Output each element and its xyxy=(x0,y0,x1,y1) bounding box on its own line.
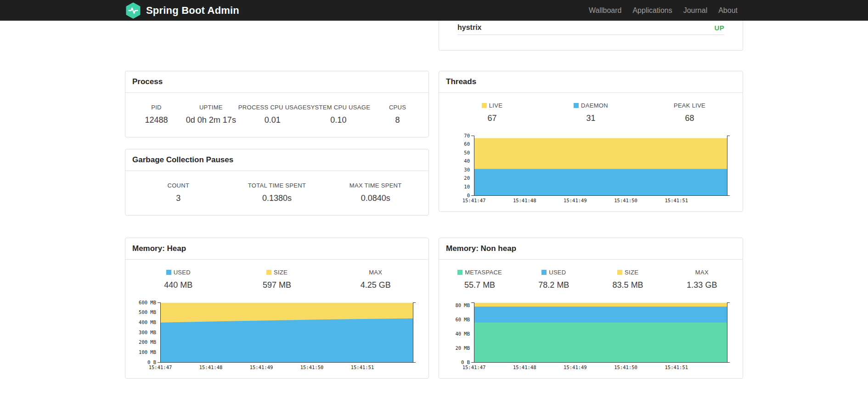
svg-text:30: 30 xyxy=(464,167,470,172)
memory-heap-chart: 0 B100 MB200 MB300 MB400 MB500 MB600 MB1… xyxy=(135,299,419,372)
heap-size-swatch-icon xyxy=(266,270,271,275)
nav-applications[interactable]: Applications xyxy=(627,6,677,15)
metric-process-cpu-usage: PROCESS CPU USAGE 0.01 xyxy=(238,104,307,125)
svg-text:15:41:51: 15:41:51 xyxy=(351,364,374,370)
svg-text:15:41:49: 15:41:49 xyxy=(564,364,587,370)
nonheap-used-swatch-icon xyxy=(541,270,547,275)
svg-text:80 MB: 80 MB xyxy=(455,302,470,308)
service-status-row: hystrix UP xyxy=(457,21,724,35)
legend-live: LIVE 67 xyxy=(443,102,541,123)
svg-text:20: 20 xyxy=(464,175,470,181)
svg-text:10: 10 xyxy=(464,184,470,189)
gc-panel: Garbage Collection Pauses COUNT 3 TOTAL … xyxy=(125,149,429,216)
svg-text:20 MB: 20 MB xyxy=(455,345,470,351)
svg-text:600 MB: 600 MB xyxy=(139,300,156,305)
metric-system-cpu-usage: SYSTEM CPU USAGE 0.10 xyxy=(307,104,370,125)
metric-cpus: CPUS 8 xyxy=(370,104,425,125)
metric-uptime: UPTIME 0d 0h 2m 17s xyxy=(184,104,238,125)
svg-text:70: 70 xyxy=(464,133,470,138)
metaspace-swatch-icon xyxy=(457,270,462,275)
legend-heap-used: USED 440 MB xyxy=(129,269,228,290)
svg-text:0 B: 0 B xyxy=(461,359,470,365)
svg-text:400 MB: 400 MB xyxy=(139,319,156,325)
process-metrics: PID 12488 UPTIME 0d 0h 2m 17s PROCESS CP… xyxy=(125,93,428,137)
threads-panel: Threads LIVE 67 DAEMON 31 PEAK LIVE 68 xyxy=(439,71,743,212)
nav-about[interactable]: About xyxy=(713,6,743,15)
heap-legend: USED 440 MB SIZE 597 MB MAX 4.25 GB xyxy=(125,260,428,297)
metric-pid: PID 12488 xyxy=(129,104,184,125)
svg-text:200 MB: 200 MB xyxy=(139,339,156,345)
process-panel: Process PID 12488 UPTIME 0d 0h 2m 17s PR… xyxy=(125,71,429,137)
threads-panel-title: Threads xyxy=(439,71,743,93)
legend-daemon: DAEMON 31 xyxy=(541,102,640,123)
legend-peak-live: PEAK LIVE 68 xyxy=(640,102,739,123)
svg-text:40 MB: 40 MB xyxy=(455,331,470,336)
metric-gc-count: COUNT 3 xyxy=(129,182,228,203)
nav-wallboard[interactable]: Wallboard xyxy=(583,6,627,15)
svg-text:60: 60 xyxy=(464,141,470,147)
memory-heap-panel: Memory: Heap USED 440 MB SIZE 597 MB MAX… xyxy=(125,238,429,379)
threads-chart: 01020304050607015:41:4715:41:4815:41:491… xyxy=(448,132,733,205)
svg-text:100 MB: 100 MB xyxy=(139,349,156,355)
metric-gc-max-time: MAX TIME SPENT 0.0840s xyxy=(326,182,425,203)
gc-metrics: COUNT 3 TOTAL TIME SPENT 0.1380s MAX TIM… xyxy=(125,171,428,215)
brand-link[interactable]: Spring Boot Admin xyxy=(125,2,239,19)
legend-nonheap-size: SIZE 83.5 MB xyxy=(591,269,665,290)
metric-gc-total-time: TOTAL TIME SPENT 0.1380s xyxy=(228,182,327,203)
svg-text:15:41:48: 15:41:48 xyxy=(513,198,536,203)
svg-text:15:41:47: 15:41:47 xyxy=(149,364,172,370)
legend-metaspace: METASPACE 55.7 MB xyxy=(443,269,517,290)
spring-boot-admin-logo-icon xyxy=(125,2,141,19)
svg-text:15:41:47: 15:41:47 xyxy=(462,364,486,370)
brand-title: Spring Boot Admin xyxy=(146,5,239,17)
legend-nonheap-max: MAX 1.33 GB xyxy=(665,269,739,290)
svg-text:60 MB: 60 MB xyxy=(455,317,470,322)
legend-heap-max: MAX 4.25 GB xyxy=(326,269,425,290)
nav-journal[interactable]: Journal xyxy=(678,6,713,15)
service-name: hystrix xyxy=(457,23,481,32)
memory-nonheap-chart: 0 B20 MB40 MB60 MB80 MB15:41:4715:41:481… xyxy=(448,299,733,372)
svg-text:500 MB: 500 MB xyxy=(139,309,156,315)
svg-text:15:41:49: 15:41:49 xyxy=(564,198,587,203)
svg-text:50: 50 xyxy=(464,150,470,155)
page-content: hystrix UP Process PID 12488 UPTIME 0d 0… xyxy=(125,21,743,379)
svg-text:0 B: 0 B xyxy=(147,359,156,365)
svg-text:15:41:51: 15:41:51 xyxy=(665,364,688,370)
nav-links: Wallboard Applications Journal About xyxy=(583,6,743,15)
svg-text:15:41:50: 15:41:50 xyxy=(614,364,637,370)
svg-text:15:41:48: 15:41:48 xyxy=(199,364,223,370)
top-navbar: Spring Boot Admin Wallboard Applications… xyxy=(0,0,868,21)
svg-text:15:41:51: 15:41:51 xyxy=(665,198,688,203)
live-swatch-icon xyxy=(482,103,487,108)
svg-text:15:41:50: 15:41:50 xyxy=(300,364,324,370)
threads-legend: LIVE 67 DAEMON 31 PEAK LIVE 68 xyxy=(439,93,743,131)
application-status-panel: hystrix UP xyxy=(439,21,743,51)
memory-heap-title: Memory: Heap xyxy=(125,238,428,260)
heap-used-swatch-icon xyxy=(166,270,171,275)
svg-text:15:41:50: 15:41:50 xyxy=(614,198,637,203)
memory-nonheap-panel: Memory: Non heap METASPACE 55.7 MB USED … xyxy=(439,238,743,379)
svg-text:15:41:47: 15:41:47 xyxy=(462,198,486,203)
svg-text:300 MB: 300 MB xyxy=(139,330,156,335)
legend-heap-size: SIZE 597 MB xyxy=(228,269,327,290)
memory-nonheap-title: Memory: Non heap xyxy=(439,238,743,260)
legend-nonheap-used: USED 78.2 MB xyxy=(517,269,591,290)
daemon-swatch-icon xyxy=(574,103,579,108)
process-panel-title: Process xyxy=(125,71,428,93)
status-badge: UP xyxy=(715,24,724,32)
nonheap-legend: METASPACE 55.7 MB USED 78.2 MB SIZE 83.5… xyxy=(439,260,743,297)
gc-panel-title: Garbage Collection Pauses xyxy=(125,149,428,171)
svg-text:0: 0 xyxy=(467,193,470,198)
svg-text:15:41:49: 15:41:49 xyxy=(250,364,273,370)
nonheap-size-swatch-icon xyxy=(617,270,622,275)
svg-text:15:41:48: 15:41:48 xyxy=(513,364,536,370)
svg-text:40: 40 xyxy=(464,158,470,164)
